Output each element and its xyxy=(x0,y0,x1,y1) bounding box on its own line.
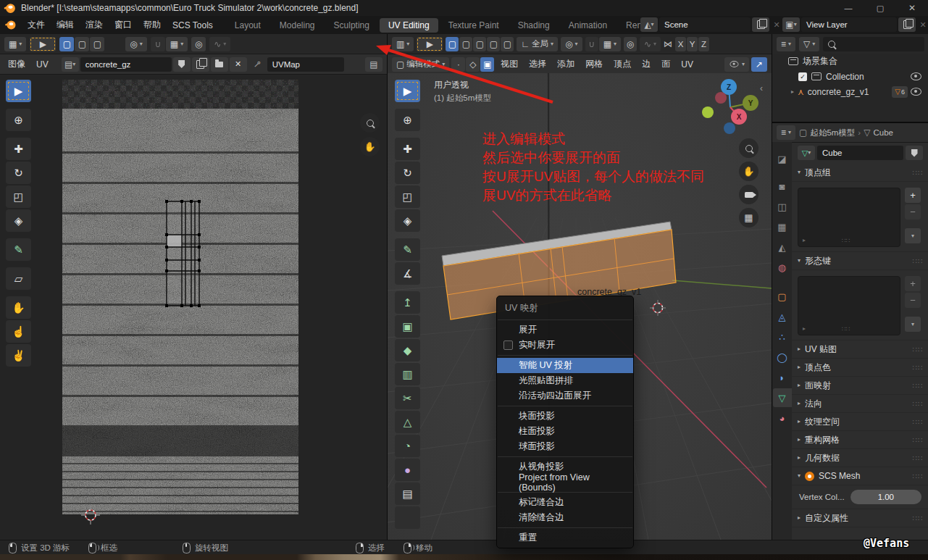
select-edge-button[interactable]: ◇ xyxy=(466,57,480,72)
uv-active-tool-button[interactable]: ▶ xyxy=(30,37,56,51)
vp-tool-transform[interactable]: ◈ xyxy=(395,209,420,232)
uv-snap-toggle[interactable]: ∪ xyxy=(151,37,165,51)
vp-select-subtract[interactable]: ▢ xyxy=(473,37,486,51)
vp-menu-uv[interactable]: UV xyxy=(677,54,698,74)
eye-icon[interactable] xyxy=(911,72,921,80)
tab-constraints[interactable]: ◗ xyxy=(773,368,792,387)
vp-select-extend[interactable]: ▢ xyxy=(459,37,472,51)
outliner-collection-row[interactable]: ✓ Collection xyxy=(772,69,928,84)
outliner-filter-button[interactable]: ▽▾ xyxy=(799,37,819,51)
tab-sculpting[interactable]: Sculpting xyxy=(325,18,378,33)
tab-tool[interactable]: ◪ xyxy=(773,149,792,168)
pin-icon[interactable]: ⊸ xyxy=(248,56,265,72)
panel-remesh[interactable]: ▸重构网格∷∷ xyxy=(792,431,928,449)
uv-tool-annotate[interactable]: ✎ xyxy=(6,238,31,261)
vp-tool-tweak[interactable]: ▶ xyxy=(395,80,420,102)
tab-modeling[interactable]: Modeling xyxy=(271,18,324,33)
list-resize-grip[interactable]: ∷∷ xyxy=(842,325,850,333)
image-unlink-button[interactable]: ✕ xyxy=(230,57,247,72)
uv-select-mode-extend[interactable]: ▢ xyxy=(75,37,89,51)
tab-render[interactable]: ◙ xyxy=(773,177,792,196)
uv-pan-button[interactable]: ✋ xyxy=(360,137,380,156)
menu-edit[interactable]: 编辑 xyxy=(51,16,80,34)
list-expand-icon[interactable]: ▸ xyxy=(803,325,806,332)
viewport-editor-type-button[interactable]: ▥▾ xyxy=(392,37,414,51)
view-layer-copy-button[interactable] xyxy=(898,17,916,32)
vp-select-set[interactable]: ▢ xyxy=(446,37,459,51)
shapekey-add-button[interactable]: + xyxy=(905,276,921,291)
uv-pivot-button[interactable]: ◎▾ xyxy=(125,37,147,51)
maximize-button[interactable]: ▢ xyxy=(864,0,896,16)
menu-render[interactable]: 渲染 xyxy=(80,16,109,34)
breadcrumb-object[interactable]: 起始5m模型 xyxy=(810,128,855,138)
vgroup-add-button[interactable]: + xyxy=(905,188,921,203)
uvmap-field[interactable]: UVMap xyxy=(267,57,344,72)
uv-tool-move[interactable]: ✚ xyxy=(6,138,31,160)
mesh-name-field[interactable]: Cube xyxy=(817,146,903,160)
panel-vertex-groups[interactable]: ▾ 顶点组∷∷ xyxy=(792,164,928,182)
uv-menu-image[interactable]: 图像 xyxy=(4,54,29,74)
gizmos-toggle[interactable]: ↗ xyxy=(751,57,767,72)
vgroup-remove-button[interactable]: − xyxy=(905,204,921,220)
vp-select-invert[interactable]: ▢ xyxy=(487,37,500,51)
uv-select-mode-set[interactable]: ▢ xyxy=(59,37,74,51)
uv-zoom-button[interactable] xyxy=(360,113,380,133)
vp-pivot-button[interactable]: ◎▾ xyxy=(561,37,582,51)
vp-proportional-toggle[interactable]: ◎ xyxy=(624,37,637,51)
vp-camera-button[interactable] xyxy=(739,185,758,204)
menu-item-project-from-view-bounds[interactable]: Project from View (Bounds) xyxy=(497,475,633,490)
blender-menu-button[interactable] xyxy=(0,16,22,34)
menu-item-cube-projection[interactable]: 块面投影 xyxy=(497,409,633,424)
viewport-active-tool-button[interactable]: ▶ xyxy=(417,37,443,51)
vp-select-intersect[interactable]: ▢ xyxy=(501,37,514,51)
gizmo-y-axis[interactable]: Y xyxy=(743,95,758,111)
menu-item-clear-seam[interactable]: 清除缝合边 xyxy=(497,510,633,525)
uv-tool-tweak[interactable]: ▶ xyxy=(6,80,31,102)
gizmo-neg-z-axis[interactable] xyxy=(724,122,735,134)
overlays-dropdown[interactable]: ▾ xyxy=(724,57,749,72)
menu-item-mark-seam[interactable]: 标记缝合边 xyxy=(497,495,633,510)
uv-select-mode-subtract[interactable]: ▢ xyxy=(90,37,104,51)
menu-item-reset[interactable]: 重置 xyxy=(497,530,633,546)
tab-shading[interactable]: Shading xyxy=(509,18,559,33)
uv-tool-pinch[interactable]: ✌ xyxy=(6,344,31,367)
panel-geometry-data[interactable]: ▸几何数据∷∷ xyxy=(792,449,928,467)
tab-output[interactable]: ◫ xyxy=(773,197,792,216)
uv-editor-type-button[interactable]: ▦▾ xyxy=(4,37,26,51)
outliner-scene-collection-row[interactable]: 场景集合 xyxy=(772,54,928,69)
vp-tool-poly-build[interactable]: △ xyxy=(395,411,420,433)
vp-tool-loop-cut[interactable]: ▥ xyxy=(395,363,420,385)
properties-type-button[interactable]: ≡▾ xyxy=(777,125,795,140)
scene-copy-button[interactable] xyxy=(752,17,769,32)
panel-texture-space[interactable]: ▸纹理空间∷∷ xyxy=(792,413,928,431)
uv-sidebar-toggle[interactable]: ▤ xyxy=(365,57,383,72)
image-name-field[interactable]: concrete_gz xyxy=(80,57,172,72)
breadcrumb-data[interactable]: Cube xyxy=(873,128,893,137)
shapekey-remove-button[interactable]: − xyxy=(905,293,921,308)
menu-scs-tools[interactable]: SCS Tools xyxy=(167,16,219,34)
orientation-dropdown[interactable]: ∟全局▾ xyxy=(517,37,558,51)
minimize-button[interactable]: — xyxy=(832,0,864,16)
image-copy-button[interactable] xyxy=(192,57,209,72)
vp-tool-inset[interactable]: ▣ xyxy=(395,315,420,338)
tab-object-data[interactable]: ▽ xyxy=(773,388,792,407)
fake-user-button[interactable] xyxy=(173,57,191,72)
modifier-badge[interactable]: ▽ 6 xyxy=(892,86,908,98)
mirror-y-toggle[interactable]: Y xyxy=(687,37,698,51)
vp-menu-edge[interactable]: 边 xyxy=(638,54,655,74)
vertex-col-slider[interactable]: 1.00 xyxy=(850,490,921,504)
outliner-search-input[interactable] xyxy=(823,37,924,51)
menu-window[interactable]: 窗口 xyxy=(109,16,138,34)
tab-modifiers[interactable]: ◬ xyxy=(773,307,792,326)
menu-item-sphere-projection[interactable]: 球面投影 xyxy=(497,439,633,454)
eye-icon[interactable] xyxy=(911,88,921,96)
vgroup-specials-button[interactable]: ▾ xyxy=(905,228,921,243)
vp-tool-scale[interactable]: ◰ xyxy=(395,185,420,208)
vp-tool-cursor[interactable]: ⊕ xyxy=(395,109,420,131)
shape-keys-list[interactable]: ▸ ∷∷ xyxy=(798,276,900,335)
vp-pan-button[interactable]: ✋ xyxy=(739,162,758,181)
select-face-button[interactable]: ▣ xyxy=(480,57,494,72)
panel-custom-properties[interactable]: ▸自定义属性∷∷ xyxy=(792,509,928,527)
tab-scene[interactable]: ◭ xyxy=(773,238,792,256)
vp-zoom-button[interactable] xyxy=(739,138,758,158)
